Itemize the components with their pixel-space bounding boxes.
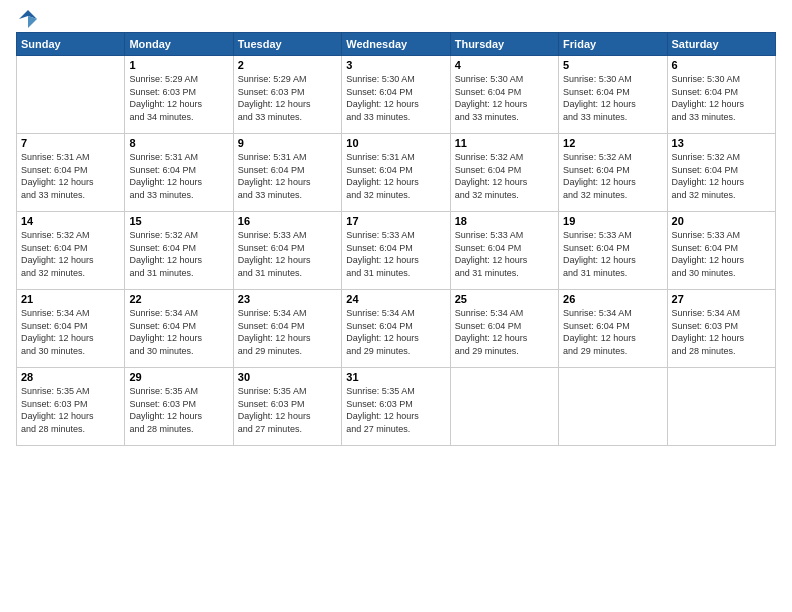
day-number: 30 <box>238 371 337 383</box>
day-info: Sunrise: 5:31 AM Sunset: 6:04 PM Dayligh… <box>346 151 445 201</box>
calendar-cell: 17Sunrise: 5:33 AM Sunset: 6:04 PM Dayli… <box>342 212 450 290</box>
calendar-cell <box>450 368 558 446</box>
day-of-week-thursday: Thursday <box>450 33 558 56</box>
calendar-cell: 13Sunrise: 5:32 AM Sunset: 6:04 PM Dayli… <box>667 134 775 212</box>
week-row-2: 7Sunrise: 5:31 AM Sunset: 6:04 PM Daylig… <box>17 134 776 212</box>
day-number: 20 <box>672 215 771 227</box>
day-of-week-friday: Friday <box>559 33 667 56</box>
day-number: 9 <box>238 137 337 149</box>
calendar-cell <box>17 56 125 134</box>
logo <box>16 10 39 26</box>
day-info: Sunrise: 5:32 AM Sunset: 6:04 PM Dayligh… <box>672 151 771 201</box>
calendar-body: 1Sunrise: 5:29 AM Sunset: 6:03 PM Daylig… <box>17 56 776 446</box>
header <box>16 10 776 26</box>
calendar-cell: 9Sunrise: 5:31 AM Sunset: 6:04 PM Daylig… <box>233 134 341 212</box>
day-of-week-monday: Monday <box>125 33 233 56</box>
calendar-cell: 1Sunrise: 5:29 AM Sunset: 6:03 PM Daylig… <box>125 56 233 134</box>
day-number: 26 <box>563 293 662 305</box>
day-info: Sunrise: 5:33 AM Sunset: 6:04 PM Dayligh… <box>238 229 337 279</box>
day-number: 2 <box>238 59 337 71</box>
calendar-table: SundayMondayTuesdayWednesdayThursdayFrid… <box>16 32 776 446</box>
day-number: 28 <box>21 371 120 383</box>
day-info: Sunrise: 5:35 AM Sunset: 6:03 PM Dayligh… <box>129 385 228 435</box>
calendar-cell: 30Sunrise: 5:35 AM Sunset: 6:03 PM Dayli… <box>233 368 341 446</box>
calendar-cell <box>667 368 775 446</box>
day-info: Sunrise: 5:30 AM Sunset: 6:04 PM Dayligh… <box>672 73 771 123</box>
day-number: 10 <box>346 137 445 149</box>
day-number: 27 <box>672 293 771 305</box>
day-number: 7 <box>21 137 120 149</box>
week-row-5: 28Sunrise: 5:35 AM Sunset: 6:03 PM Dayli… <box>17 368 776 446</box>
day-number: 5 <box>563 59 662 71</box>
day-info: Sunrise: 5:33 AM Sunset: 6:04 PM Dayligh… <box>563 229 662 279</box>
day-of-week-sunday: Sunday <box>17 33 125 56</box>
calendar-cell: 14Sunrise: 5:32 AM Sunset: 6:04 PM Dayli… <box>17 212 125 290</box>
calendar-cell: 23Sunrise: 5:34 AM Sunset: 6:04 PM Dayli… <box>233 290 341 368</box>
day-info: Sunrise: 5:30 AM Sunset: 6:04 PM Dayligh… <box>346 73 445 123</box>
calendar-cell: 2Sunrise: 5:29 AM Sunset: 6:03 PM Daylig… <box>233 56 341 134</box>
day-info: Sunrise: 5:34 AM Sunset: 6:04 PM Dayligh… <box>21 307 120 357</box>
calendar-cell: 12Sunrise: 5:32 AM Sunset: 6:04 PM Dayli… <box>559 134 667 212</box>
day-info: Sunrise: 5:31 AM Sunset: 6:04 PM Dayligh… <box>129 151 228 201</box>
day-info: Sunrise: 5:30 AM Sunset: 6:04 PM Dayligh… <box>455 73 554 123</box>
day-number: 19 <box>563 215 662 227</box>
calendar-page: SundayMondayTuesdayWednesdayThursdayFrid… <box>0 0 792 456</box>
day-info: Sunrise: 5:30 AM Sunset: 6:04 PM Dayligh… <box>563 73 662 123</box>
day-info: Sunrise: 5:32 AM Sunset: 6:04 PM Dayligh… <box>21 229 120 279</box>
calendar-cell: 15Sunrise: 5:32 AM Sunset: 6:04 PM Dayli… <box>125 212 233 290</box>
day-info: Sunrise: 5:31 AM Sunset: 6:04 PM Dayligh… <box>21 151 120 201</box>
calendar-cell <box>559 368 667 446</box>
day-number: 31 <box>346 371 445 383</box>
day-number: 13 <box>672 137 771 149</box>
day-info: Sunrise: 5:35 AM Sunset: 6:03 PM Dayligh… <box>238 385 337 435</box>
calendar-cell: 26Sunrise: 5:34 AM Sunset: 6:04 PM Dayli… <box>559 290 667 368</box>
calendar-cell: 10Sunrise: 5:31 AM Sunset: 6:04 PM Dayli… <box>342 134 450 212</box>
day-info: Sunrise: 5:34 AM Sunset: 6:04 PM Dayligh… <box>346 307 445 357</box>
day-info: Sunrise: 5:32 AM Sunset: 6:04 PM Dayligh… <box>563 151 662 201</box>
day-number: 1 <box>129 59 228 71</box>
week-row-3: 14Sunrise: 5:32 AM Sunset: 6:04 PM Dayli… <box>17 212 776 290</box>
calendar-header: SundayMondayTuesdayWednesdayThursdayFrid… <box>17 33 776 56</box>
day-number: 3 <box>346 59 445 71</box>
calendar-cell: 19Sunrise: 5:33 AM Sunset: 6:04 PM Dayli… <box>559 212 667 290</box>
day-info: Sunrise: 5:34 AM Sunset: 6:04 PM Dayligh… <box>129 307 228 357</box>
calendar-cell: 28Sunrise: 5:35 AM Sunset: 6:03 PM Dayli… <box>17 368 125 446</box>
day-info: Sunrise: 5:33 AM Sunset: 6:04 PM Dayligh… <box>346 229 445 279</box>
week-row-1: 1Sunrise: 5:29 AM Sunset: 6:03 PM Daylig… <box>17 56 776 134</box>
day-number: 15 <box>129 215 228 227</box>
day-info: Sunrise: 5:31 AM Sunset: 6:04 PM Dayligh… <box>238 151 337 201</box>
calendar-cell: 24Sunrise: 5:34 AM Sunset: 6:04 PM Dayli… <box>342 290 450 368</box>
day-number: 11 <box>455 137 554 149</box>
day-info: Sunrise: 5:29 AM Sunset: 6:03 PM Dayligh… <box>129 73 228 123</box>
logo-icon <box>17 8 39 30</box>
day-number: 4 <box>455 59 554 71</box>
calendar-cell: 25Sunrise: 5:34 AM Sunset: 6:04 PM Dayli… <box>450 290 558 368</box>
day-of-week-saturday: Saturday <box>667 33 775 56</box>
calendar-cell: 20Sunrise: 5:33 AM Sunset: 6:04 PM Dayli… <box>667 212 775 290</box>
day-number: 24 <box>346 293 445 305</box>
day-number: 23 <box>238 293 337 305</box>
week-row-4: 21Sunrise: 5:34 AM Sunset: 6:04 PM Dayli… <box>17 290 776 368</box>
calendar-cell: 29Sunrise: 5:35 AM Sunset: 6:03 PM Dayli… <box>125 368 233 446</box>
day-number: 14 <box>21 215 120 227</box>
day-of-week-wednesday: Wednesday <box>342 33 450 56</box>
calendar-cell: 31Sunrise: 5:35 AM Sunset: 6:03 PM Dayli… <box>342 368 450 446</box>
day-number: 18 <box>455 215 554 227</box>
day-info: Sunrise: 5:35 AM Sunset: 6:03 PM Dayligh… <box>21 385 120 435</box>
day-info: Sunrise: 5:33 AM Sunset: 6:04 PM Dayligh… <box>455 229 554 279</box>
day-info: Sunrise: 5:32 AM Sunset: 6:04 PM Dayligh… <box>455 151 554 201</box>
day-of-week-tuesday: Tuesday <box>233 33 341 56</box>
day-info: Sunrise: 5:34 AM Sunset: 6:04 PM Dayligh… <box>238 307 337 357</box>
calendar-cell: 7Sunrise: 5:31 AM Sunset: 6:04 PM Daylig… <box>17 134 125 212</box>
day-number: 25 <box>455 293 554 305</box>
calendar-cell: 6Sunrise: 5:30 AM Sunset: 6:04 PM Daylig… <box>667 56 775 134</box>
header-row: SundayMondayTuesdayWednesdayThursdayFrid… <box>17 33 776 56</box>
day-info: Sunrise: 5:33 AM Sunset: 6:04 PM Dayligh… <box>672 229 771 279</box>
calendar-cell: 27Sunrise: 5:34 AM Sunset: 6:03 PM Dayli… <box>667 290 775 368</box>
day-info: Sunrise: 5:29 AM Sunset: 6:03 PM Dayligh… <box>238 73 337 123</box>
day-number: 16 <box>238 215 337 227</box>
day-number: 22 <box>129 293 228 305</box>
day-number: 17 <box>346 215 445 227</box>
calendar-cell: 5Sunrise: 5:30 AM Sunset: 6:04 PM Daylig… <box>559 56 667 134</box>
calendar-cell: 21Sunrise: 5:34 AM Sunset: 6:04 PM Dayli… <box>17 290 125 368</box>
